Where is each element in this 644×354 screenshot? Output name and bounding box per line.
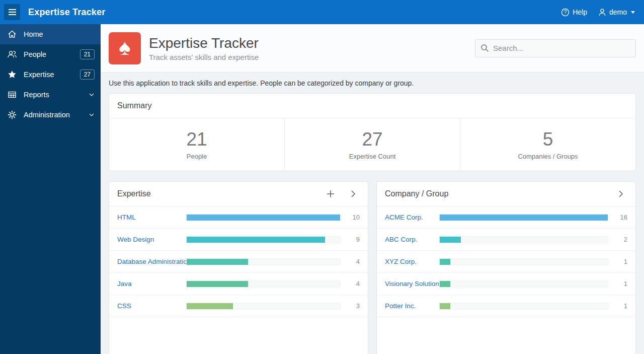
company-group-card: Company / Group ACME Corp. 16	[376, 181, 636, 354]
sidebar-item-label: People	[24, 50, 46, 58]
search-box[interactable]	[475, 39, 636, 57]
chevron-down-icon	[89, 112, 95, 118]
bar-track	[439, 236, 608, 243]
sidebar-item-home[interactable]: Home	[0, 24, 101, 44]
expertise-link[interactable]: Database Administration	[117, 258, 186, 265]
hamburger-menu-button[interactable]	[4, 4, 20, 20]
row-value: 1	[608, 302, 627, 310]
stat-expertise-count: 27 Expertise Count	[284, 118, 460, 171]
bar-track	[186, 214, 341, 221]
add-expertise-button[interactable]	[325, 188, 337, 200]
list-item: HTML 10	[109, 206, 368, 229]
summary-stats: 21 People 27 Expertise Count 5 Companies…	[109, 118, 635, 171]
bar-fill	[440, 215, 608, 221]
summary-card: Summary 21 People 27 Expertise Count 5 C…	[109, 93, 636, 171]
people-icon	[7, 49, 17, 59]
people-count-badge: 21	[80, 49, 95, 59]
search-input[interactable]	[493, 44, 630, 52]
row-value: 16	[608, 214, 627, 221]
stat-value: 27	[362, 129, 382, 150]
sidebar-item-expertise[interactable]: Expertise 27	[0, 64, 101, 85]
stat-label: Companies / Groups	[518, 153, 578, 160]
bar-fill	[187, 281, 248, 287]
list-item: ABC Corp. 2	[377, 229, 635, 251]
app-title: Expertise Tracker	[28, 7, 106, 18]
page-header: ♠ Expertise Tracker Track assets' skills…	[101, 24, 644, 73]
bar-track	[186, 303, 341, 310]
user-menu[interactable]: demo	[598, 8, 635, 17]
help-icon: ?	[561, 8, 570, 17]
company-card-open-button[interactable]	[615, 188, 626, 199]
stat-label: People	[187, 153, 207, 160]
sidebar-item-administration[interactable]: Administration	[0, 105, 101, 125]
stat-people: 21 People	[109, 118, 284, 171]
list-item: Database Administration 4	[109, 251, 368, 273]
expertise-link[interactable]: Java	[117, 280, 186, 288]
company-card-actions	[615, 188, 626, 199]
expertise-link[interactable]: HTML	[117, 214, 186, 221]
page-title: Expertise Tracker	[149, 35, 259, 51]
bar-track	[439, 280, 608, 288]
sidebar-item-label: Home	[24, 30, 43, 38]
stat-value: 21	[186, 129, 207, 150]
plus-icon	[326, 189, 336, 199]
row-value: 2	[608, 236, 627, 243]
intro-text: Use this application to track skills and…	[109, 79, 636, 93]
expertise-card-open-button[interactable]	[348, 188, 359, 199]
bar-track	[439, 303, 608, 310]
bar-track	[186, 280, 341, 288]
app-spade-icon: ♠	[109, 32, 141, 64]
bar-fill	[187, 259, 248, 265]
sidebar-item-label: Expertise	[24, 70, 54, 79]
sidebar-navigation: Home People 21 Expertise 27 Reports Admi…	[0, 24, 101, 354]
row-value: 10	[341, 214, 360, 221]
expertise-count-badge: 27	[80, 69, 95, 80]
bar-fill	[440, 303, 450, 309]
expertise-link[interactable]: Web Design	[117, 236, 186, 243]
row-value: 9	[341, 236, 360, 243]
company-list: ACME Corp. 16 ABC Corp. 2 XYZ Corp. 1	[377, 206, 635, 317]
expertise-link[interactable]: CSS	[117, 302, 186, 310]
bar-track	[186, 258, 341, 265]
search-icon	[480, 44, 489, 52]
help-label: Help	[573, 8, 587, 16]
chevron-right-icon	[349, 189, 358, 198]
list-item: Java 4	[109, 273, 368, 295]
expertise-list: HTML 10 Web Design 9 Database Administra…	[109, 206, 368, 317]
stat-companies-groups: 5 Companies / Groups	[460, 118, 635, 171]
user-label: demo	[609, 8, 627, 16]
expertise-card-title: Expertise	[117, 189, 151, 198]
company-link[interactable]: Visionary Solutions	[385, 280, 439, 288]
page-subtitle: Track assets' skills and expertise	[149, 53, 259, 61]
company-link[interactable]: Potter Inc.	[385, 302, 439, 310]
row-value: 4	[341, 258, 360, 265]
sidebar-item-reports[interactable]: Reports	[0, 85, 101, 105]
chevron-down-icon	[89, 92, 95, 98]
bar-track	[439, 214, 608, 221]
company-card-header: Company / Group	[377, 182, 635, 206]
help-link[interactable]: ? Help	[561, 8, 587, 17]
expertise-card-header: Expertise	[109, 182, 368, 206]
stat-label: Expertise Count	[349, 153, 396, 160]
main-content: ♠ Expertise Tracker Track assets' skills…	[101, 24, 644, 354]
list-item: Potter Inc. 1	[377, 295, 635, 317]
bar-fill	[440, 259, 450, 265]
row-value: 1	[608, 258, 627, 265]
list-item: XYZ Corp. 1	[377, 251, 635, 273]
sidebar-item-people[interactable]: People 21	[0, 44, 101, 64]
row-value: 3	[341, 302, 360, 310]
company-link[interactable]: XYZ Corp.	[385, 258, 439, 265]
page-titles: Expertise Tracker Track assets' skills a…	[149, 35, 259, 61]
company-card-title: Company / Group	[385, 189, 448, 198]
top-navigation-bar: Expertise Tracker ? Help demo	[0, 0, 644, 24]
list-item: ACME Corp. 16	[377, 206, 635, 229]
bar-track	[186, 236, 341, 243]
company-link[interactable]: ACME Corp.	[385, 214, 439, 221]
bar-fill	[187, 303, 233, 309]
report-table-icon	[7, 90, 17, 100]
row-value: 4	[341, 280, 360, 288]
user-icon	[598, 8, 606, 17]
summary-title: Summary	[117, 101, 151, 110]
company-link[interactable]: ABC Corp.	[385, 236, 439, 243]
svg-text:?: ?	[564, 10, 567, 15]
